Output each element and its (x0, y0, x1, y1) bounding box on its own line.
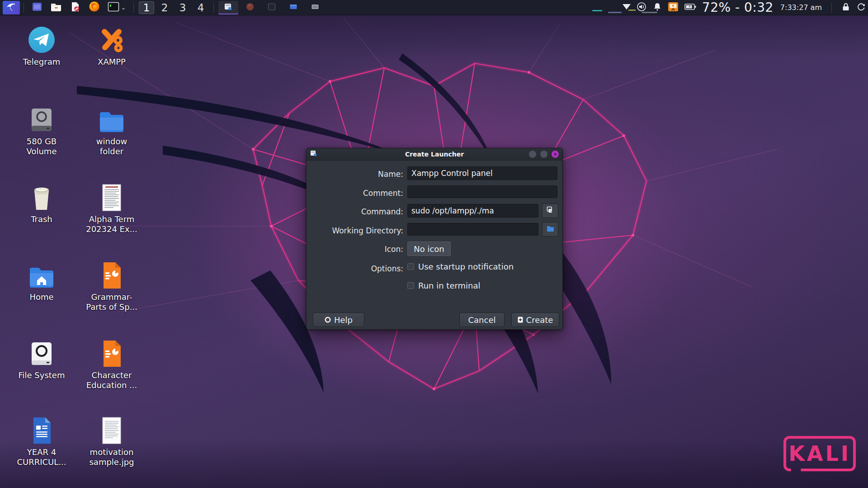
battery-status-text[interactable]: 72% - 0:32 (702, 0, 774, 15)
working-directory-browse-button[interactable] (542, 222, 558, 237)
command-label: Command: (310, 207, 403, 216)
icon-label: CURRICUL... (8, 457, 75, 467)
desktop-icon-character-education[interactable]: CharacterEducation ... (78, 337, 146, 390)
create-launcher-dialog: Create Launcher ✕ Name: Comment: Command… (306, 148, 563, 330)
desktop-icon-motivation-sample[interactable]: motivationsample.jpg (78, 414, 146, 467)
logout-icon[interactable] (856, 2, 865, 13)
telegram-icon (8, 24, 75, 54)
launcher-terminal[interactable]: ⌄ (104, 1, 130, 14)
name-input[interactable] (407, 166, 557, 180)
slides-file-icon (78, 259, 146, 289)
desktop-icon-580gb-volume[interactable]: 580 GBVolume (8, 103, 75, 156)
cancel-button-label: Cancel (468, 315, 496, 325)
comment-input[interactable] (407, 185, 557, 198)
desktop-icon-year4-curriculum[interactable]: YEAR 4CURRICUL... (8, 414, 75, 467)
taskbar-window-gray[interactable] (305, 1, 325, 14)
icon-label: Education ... (78, 380, 146, 390)
panel-separator (133, 3, 134, 13)
options-label: Options: (310, 264, 403, 273)
icon-label: sample.jpg (78, 457, 146, 467)
icon-label: Trash (8, 214, 75, 224)
icon-label: Volume (8, 147, 75, 156)
file-manager-icon (50, 1, 62, 14)
folder-small-icon (547, 225, 554, 234)
workspace-4[interactable]: 4 (193, 1, 208, 14)
run-in-terminal-option[interactable]: Run in terminal (407, 281, 481, 290)
close-button[interactable]: ✕ (552, 151, 559, 158)
icon-label: Icon: (310, 245, 403, 254)
desktop-icon-alpha-term[interactable]: Alpha Term202324 Ex... (78, 181, 146, 234)
command-input[interactable] (407, 204, 538, 218)
create-document-icon (518, 315, 523, 325)
desktop-icon-grammar[interactable]: Grammar-Parts of Sp... (78, 259, 146, 312)
no-icon-button[interactable]: No icon (407, 242, 451, 256)
maximize-button[interactable] (540, 151, 547, 158)
icon-label: window (78, 137, 146, 147)
icon-label: folder (78, 147, 146, 156)
icon-label: Alpha Term (78, 214, 146, 224)
launcher-files-app[interactable] (28, 1, 47, 14)
dialog-titlebar-icon (310, 150, 317, 159)
battery-icon[interactable] (684, 3, 696, 12)
cancel-button[interactable]: Cancel (459, 313, 505, 327)
dropdown-chevron-icon[interactable]: ⌄ (121, 4, 126, 11)
files-app-icon (32, 1, 42, 14)
lock-icon[interactable] (841, 2, 850, 13)
hard-drive-icon (8, 103, 75, 134)
terminal-icon (108, 1, 119, 14)
clock[interactable]: 7:33:27 am (780, 3, 822, 12)
close-icon: ✕ (553, 152, 557, 157)
help-button[interactable]: Help (313, 313, 364, 327)
taskbar-window-terminal[interactable] (262, 1, 282, 14)
working-directory-input[interactable] (407, 223, 538, 236)
desktop-icon-telegram[interactable]: Telegram (8, 24, 75, 67)
command-browse-button[interactable] (542, 204, 558, 218)
glitch-artifact (608, 12, 622, 13)
icon-label: File System (8, 370, 75, 380)
kali-menu-button[interactable] (3, 1, 20, 14)
launcher-file-manager[interactable] (47, 1, 66, 14)
trash-icon (8, 181, 75, 212)
notifications-bell-icon[interactable] (653, 2, 662, 13)
taskbar-window-red-app[interactable] (240, 1, 260, 14)
workspace-3[interactable]: 3 (175, 1, 190, 14)
folder-icon (78, 103, 146, 134)
presentation-mode-icon[interactable] (668, 2, 679, 14)
workspace-1[interactable]: 1 (139, 1, 154, 14)
gray-window-icon (311, 2, 320, 13)
startup-notification-checkbox[interactable] (407, 263, 414, 270)
system-tray: 72% - 0:32 7:33:27 am (622, 0, 865, 15)
desktop-icon-trash[interactable]: Trash (8, 181, 75, 224)
file-system-drive-icon (8, 337, 75, 368)
desktop-icon-xampp[interactable]: XAMPP (78, 24, 146, 67)
panel-separator (831, 3, 832, 13)
taskbar-window-blue[interactable] (283, 1, 303, 14)
panel-separator (24, 3, 24, 13)
document-thumbnail-icon (78, 181, 146, 212)
help-button-label: Help (334, 315, 353, 325)
dialog-titlebar[interactable]: Create Launcher ✕ (307, 148, 562, 161)
working-directory-label: Working Directory: (310, 226, 403, 235)
home-folder-icon (8, 259, 75, 289)
icon-label: motivation (78, 447, 146, 457)
run-in-terminal-checkbox[interactable] (407, 282, 414, 289)
create-button[interactable]: Create (511, 313, 559, 327)
blue-document-icon (8, 414, 75, 445)
desktop-icon-home[interactable]: Home (8, 259, 75, 302)
launcher-dialog-window-icon (224, 2, 233, 13)
panel-separator (213, 3, 214, 13)
icon-label: Grammar- (78, 292, 146, 302)
workspace-2[interactable]: 2 (157, 1, 172, 14)
launcher-firefox[interactable] (85, 1, 104, 14)
launcher-document[interactable] (66, 1, 85, 14)
icon-label: 580 GB (8, 137, 75, 147)
icon-label: Telegram (8, 57, 75, 67)
taskbar-window-launcher[interactable] (218, 1, 238, 14)
desktop-icon-window-folder[interactable]: windowfolder (78, 103, 146, 156)
red-app-window-icon (245, 2, 255, 13)
minimize-button[interactable] (529, 151, 536, 158)
volume-icon[interactable] (637, 2, 647, 13)
startup-notification-option[interactable]: Use startup notification (407, 262, 514, 271)
desktop-icon-file-system[interactable]: File System (8, 337, 75, 380)
firefox-icon (89, 1, 100, 14)
